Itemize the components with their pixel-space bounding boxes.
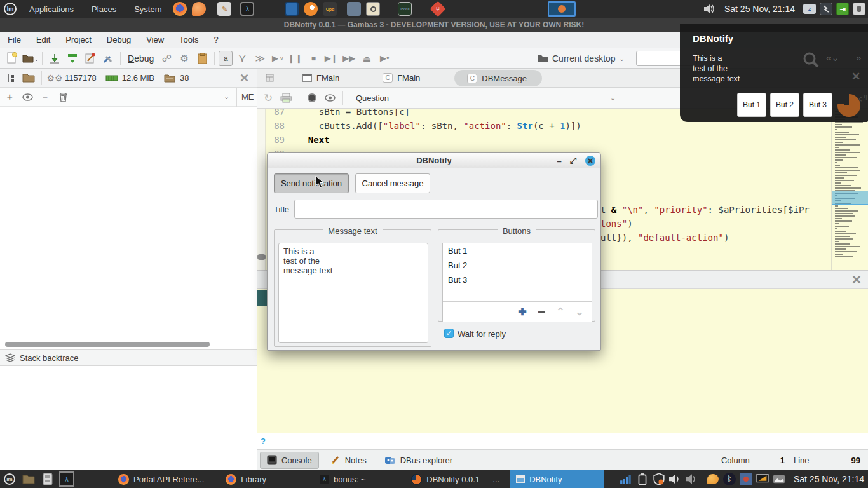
screenshot-tray-icon[interactable]	[773, 473, 785, 485]
tab-dbus-explorer[interactable]: DBus explorer	[378, 452, 459, 469]
clipboard-icon[interactable]	[194, 51, 210, 66]
desktop-selector[interactable]: Current desktop	[552, 53, 616, 64]
taskbar-clock[interactable]: Sat 25 Nov, 21:14	[794, 474, 864, 484]
menu-view[interactable]: View	[139, 32, 172, 48]
new-file-icon[interactable]	[4, 51, 20, 66]
tab-fmain-form[interactable]: FMain	[294, 69, 348, 87]
open-project-icon[interactable]: ⌄	[22, 51, 38, 66]
eject-icon[interactable]: ⏏	[358, 51, 375, 66]
list-item[interactable]: But 3	[443, 273, 592, 287]
refresh-icon[interactable]: ↻	[261, 91, 275, 105]
tab-fmain-class[interactable]: C FMain	[374, 69, 429, 87]
dialog-titlebar[interactable]: DBNotify – ⤢ ✕	[268, 153, 600, 168]
suspend-icon[interactable]: z	[803, 4, 816, 14]
battery-icon[interactable]	[636, 473, 649, 485]
watch-eye-icon[interactable]	[323, 91, 337, 105]
volume-icon[interactable]	[703, 3, 716, 15]
console-input-row[interactable]: ?	[257, 433, 868, 449]
breakpoint-gutter[interactable]	[257, 109, 266, 270]
firefox-icon[interactable]	[173, 2, 187, 16]
tab-dbmessage-class[interactable]: C DBMessage	[454, 70, 542, 86]
hierarchy-icon[interactable]	[4, 71, 18, 85]
menu-help[interactable]: ?	[206, 32, 226, 48]
watch-hscrollbar[interactable]	[5, 342, 210, 347]
menu-edit[interactable]: Edit	[29, 32, 58, 48]
logout-icon[interactable]: ⇥	[836, 3, 849, 15]
add-watch-icon[interactable]: ＋	[3, 90, 17, 104]
tools-icon[interactable]	[100, 51, 116, 66]
chevron-down-icon[interactable]: ⌄	[620, 55, 625, 62]
close-dialog-icon[interactable]: ✕	[585, 156, 595, 166]
expand-all-icon[interactable]: ≫	[252, 51, 268, 66]
wait-for-reply-checkbox[interactable]: ✓	[444, 329, 454, 338]
taskbar-window-bonus[interactable]: λ bonus: ~	[313, 470, 372, 488]
notification-button-2[interactable]: But 2	[770, 93, 799, 117]
notification-button-3[interactable]: But 3	[803, 93, 832, 117]
stack-backtrace-header[interactable]: Stack backtrace	[0, 349, 257, 366]
add-item-icon[interactable]: ✚	[513, 306, 532, 318]
title-field-input[interactable]	[294, 200, 598, 219]
menu-places[interactable]: Places	[83, 0, 125, 18]
menu-tools[interactable]: Tools	[172, 32, 206, 48]
compile-icon[interactable]	[64, 51, 81, 66]
text-property-button[interactable]: a	[219, 51, 233, 66]
watch-expand-chevron-icon[interactable]: ⌄	[224, 93, 229, 101]
git-icon[interactable]: ⑂	[430, 1, 446, 17]
gimp-tray-icon[interactable]	[740, 473, 752, 485]
tab-list-icon[interactable]	[262, 71, 276, 85]
breakpoint-icon[interactable]	[305, 91, 319, 105]
bluetooth-icon[interactable]: ᛒ	[723, 473, 736, 485]
text-editor-icon[interactable]: ✎	[217, 2, 231, 16]
step-out-icon[interactable]: ▶•	[376, 51, 393, 66]
tab-notes[interactable]: Notes	[324, 452, 373, 469]
icon-browser-icon[interactable]: Icons	[398, 2, 412, 16]
close-console-icon[interactable]: ✕	[851, 273, 862, 287]
editor-hscrollbar[interactable]	[257, 254, 266, 260]
project-folder-icon[interactable]	[22, 71, 36, 85]
minimap-viewport[interactable]	[832, 191, 868, 205]
pause-icon[interactable]: ❙❙	[287, 51, 304, 66]
lock-screen-icon[interactable]	[820, 3, 832, 15]
close-debug-bar-icon[interactable]: ✕	[240, 71, 249, 85]
menu-project[interactable]: Project	[58, 32, 98, 48]
list-item[interactable]: But 2	[443, 258, 592, 273]
save-icon[interactable]	[46, 51, 63, 66]
mint-menu-icon[interactable]: lm	[4, 3, 17, 15]
gesture-icon[interactable]: ☍	[158, 51, 175, 66]
tab-console[interactable]: Console	[260, 452, 319, 469]
message-textarea[interactable]: This is a test of the message text	[278, 243, 428, 343]
taskbar-window-gambas-ide[interactable]: DBNotify 0.0.1 — ...	[405, 470, 506, 488]
panel-clock[interactable]: Sat 25 Nov, 21:14	[724, 4, 795, 14]
clear-watch-icon[interactable]	[56, 90, 70, 104]
minimap[interactable]	[831, 109, 868, 270]
remove-item-icon[interactable]: ━	[532, 306, 551, 318]
procedure-chevron-icon[interactable]: ⌄	[610, 94, 616, 102]
files-taskbar-icon[interactable]	[21, 471, 36, 487]
step-into-icon[interactable]: ▶❙	[323, 51, 339, 66]
menu-system[interactable]: System	[125, 0, 170, 18]
display-settings-icon[interactable]	[285, 2, 299, 16]
update-manager-icon[interactable]: Upd	[323, 2, 337, 16]
menu-applications[interactable]: Applications	[20, 0, 83, 18]
shutdown-icon[interactable]	[853, 3, 865, 15]
buttons-list[interactable]: But 1 But 2 But 3 ✚ ━ ⌃ ⌄	[442, 243, 592, 322]
stop-icon[interactable]: ■	[305, 51, 322, 66]
taskbar-window-portal[interactable]: Portal API Refere...	[112, 470, 210, 488]
notification-button-1[interactable]: But 1	[737, 93, 766, 117]
lunar-icon[interactable]	[304, 2, 318, 16]
clementine-icon[interactable]	[192, 2, 206, 16]
display-ruler-icon[interactable]	[756, 473, 769, 485]
terminal-taskbar-icon[interactable]: λ	[59, 471, 74, 487]
terminal-launcher-icon[interactable]: λ	[240, 2, 254, 16]
remove-watch-icon[interactable]: －	[38, 90, 52, 104]
fish-applet-icon[interactable]	[707, 473, 719, 485]
screenshot-tool-icon[interactable]	[366, 2, 380, 16]
mic-volume-icon[interactable]	[686, 473, 698, 485]
restore-icon[interactable]: ⤢	[566, 156, 580, 166]
volume-tray-icon[interactable]	[669, 473, 682, 485]
menu-file[interactable]: File	[0, 32, 29, 48]
taskbar-window-dbnotify[interactable]: DBNotify	[510, 470, 604, 488]
procedure-selector[interactable]: Question	[356, 93, 389, 103]
cancel-message-button[interactable]: Cancel message	[355, 173, 430, 193]
run-icon[interactable]: ▶∨	[269, 51, 286, 66]
